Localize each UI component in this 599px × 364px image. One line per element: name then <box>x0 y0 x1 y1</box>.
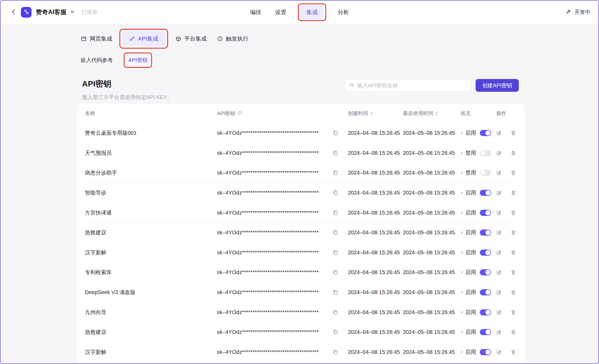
subtab-api-keys[interactable]: API密钥 <box>128 57 147 64</box>
copy-button[interactable] <box>333 290 338 295</box>
delete-button[interactable] <box>511 230 516 235</box>
last-used-time: 2024–05–08 15:26:45 <box>403 170 461 176</box>
info-icon[interactable] <box>237 110 242 117</box>
copy-button[interactable] <box>333 349 338 355</box>
status-toggle[interactable] <box>480 250 491 256</box>
created-time: 2024–04–08 15:26:45 <box>348 210 403 216</box>
delete-button[interactable] <box>511 190 516 196</box>
col-last-used[interactable]: 最后使用时间 <box>403 110 461 117</box>
edit-button[interactable] <box>496 250 502 255</box>
status-toggle[interactable] <box>480 349 491 355</box>
status-toggle[interactable] <box>480 230 491 236</box>
search-input[interactable] <box>357 82 466 89</box>
subtab-embed-code[interactable]: 嵌入代码参考 <box>81 57 113 64</box>
delete-button[interactable] <box>511 130 516 136</box>
delete-button[interactable] <box>511 170 516 176</box>
delete-button[interactable] <box>511 270 516 275</box>
create-api-key-button[interactable]: 创建API密钥 <box>476 79 519 92</box>
delete-button[interactable] <box>511 150 516 156</box>
page-title: API密钥 <box>82 78 172 89</box>
api-keys-card: 名称 API密钥 创建时间 最后使用时间 <box>77 104 525 364</box>
search-icon <box>349 82 355 89</box>
tab-web-integration-label: 网页集成 <box>90 35 112 42</box>
api-key-name: 方言快译通 <box>85 209 217 216</box>
col-created[interactable]: 创建时间 <box>348 110 403 117</box>
actions-cell <box>496 170 517 176</box>
created-time: 2024–04–08 15:26:45 <box>348 150 403 156</box>
copy-button[interactable] <box>333 230 338 235</box>
table-row: 急救建议 sk–4YOdz***************************… <box>85 223 517 243</box>
edit-button[interactable] <box>496 130 502 136</box>
actions-cell <box>496 130 517 136</box>
status-toggle[interactable] <box>480 329 491 335</box>
status-dot-icon <box>461 212 463 214</box>
back-button[interactable] <box>11 9 17 16</box>
delete-button[interactable] <box>511 250 516 255</box>
section-header: API密钥 接入第三方平台需使用特定API KEY。 创建API密钥 <box>82 78 519 101</box>
copy-button[interactable] <box>333 210 338 216</box>
status-cell: 启用 <box>461 189 496 196</box>
status-toggle[interactable] <box>480 269 491 275</box>
tab-orchestrate[interactable]: 编排 <box>250 9 261 16</box>
status-toggle[interactable] <box>480 309 491 315</box>
table-row: 智能导诊 sk–4YOdz***************************… <box>85 183 517 203</box>
delete-button[interactable] <box>511 329 516 335</box>
edit-button[interactable] <box>496 170 502 176</box>
edit-button[interactable] <box>496 210 502 216</box>
edit-button[interactable] <box>496 150 502 156</box>
sort-icon[interactable] <box>435 111 438 116</box>
tab-settings[interactable]: 设置 <box>275 9 286 16</box>
created-time: 2024–04–08 15:26:45 <box>348 230 403 236</box>
api-key-name: DeepSeek V3 满血版 <box>85 289 217 296</box>
copy-button[interactable] <box>333 130 338 136</box>
app-title: 赞奇AI客服 <box>36 8 67 16</box>
tab-api-integration[interactable]: API集成 <box>122 31 165 46</box>
table-row: 天气预报员 sk–4YOdz**************************… <box>85 143 517 163</box>
status-toggle[interactable] <box>480 190 491 196</box>
edit-button[interactable] <box>496 190 502 196</box>
copy-button[interactable] <box>333 150 338 156</box>
api-key-search[interactable] <box>345 79 471 92</box>
dev-mode-badge[interactable]: 开发中 <box>566 9 590 16</box>
tab-platform-integration-label: 平台集成 <box>184 35 207 42</box>
last-used-time: 2024–05–08 15:26:45 <box>403 150 461 156</box>
tab-web-integration[interactable]: 网页集成 <box>81 35 112 42</box>
edit-button[interactable] <box>496 310 502 315</box>
status-toggle[interactable] <box>480 170 491 176</box>
api-key-cell: sk–4YOdz********************************… <box>217 230 348 236</box>
copy-button[interactable] <box>333 250 338 255</box>
status-toggle[interactable] <box>480 210 491 216</box>
tab-integration[interactable]: 集成 <box>300 6 324 19</box>
api-key-cell: sk–4YOdz********************************… <box>217 210 348 216</box>
api-key-cell: sk–4YOdz********************************… <box>217 150 348 156</box>
status-toggle[interactable] <box>480 130 491 136</box>
delete-button[interactable] <box>511 210 516 216</box>
edit-button[interactable] <box>496 290 502 295</box>
api-key-masked: sk–4YOdz********************************… <box>217 250 319 256</box>
copy-button[interactable] <box>333 190 338 196</box>
actions-cell <box>496 230 517 235</box>
edit-button[interactable] <box>496 270 502 275</box>
app-switcher-caret[interactable] <box>70 9 75 15</box>
tab-analytics[interactable]: 分析 <box>338 9 349 16</box>
delete-button[interactable] <box>511 310 516 315</box>
copy-button[interactable] <box>333 270 338 275</box>
edit-button[interactable] <box>496 349 502 355</box>
api-key-masked: sk–4YOdz********************************… <box>217 309 319 315</box>
status-toggle[interactable] <box>480 150 491 156</box>
copy-button[interactable] <box>333 310 338 315</box>
delete-button[interactable] <box>511 349 516 355</box>
copy-button[interactable] <box>333 329 338 335</box>
edit-button[interactable] <box>496 230 502 235</box>
tab-platform-integration[interactable]: 平台集成 <box>175 35 207 42</box>
status-dot-icon <box>461 331 463 333</box>
col-last-used-label: 最后使用时间 <box>403 110 433 117</box>
copy-button[interactable] <box>333 170 338 176</box>
api-key-masked: sk–4YOdz********************************… <box>217 190 319 196</box>
sort-icon[interactable] <box>370 111 373 116</box>
table-row: 急救建议 sk–4YOdz***************************… <box>85 322 517 342</box>
delete-button[interactable] <box>511 290 516 295</box>
tab-trigger-execution[interactable]: 触发执行 <box>217 35 248 42</box>
status-toggle[interactable] <box>480 289 491 295</box>
edit-button[interactable] <box>496 329 502 335</box>
